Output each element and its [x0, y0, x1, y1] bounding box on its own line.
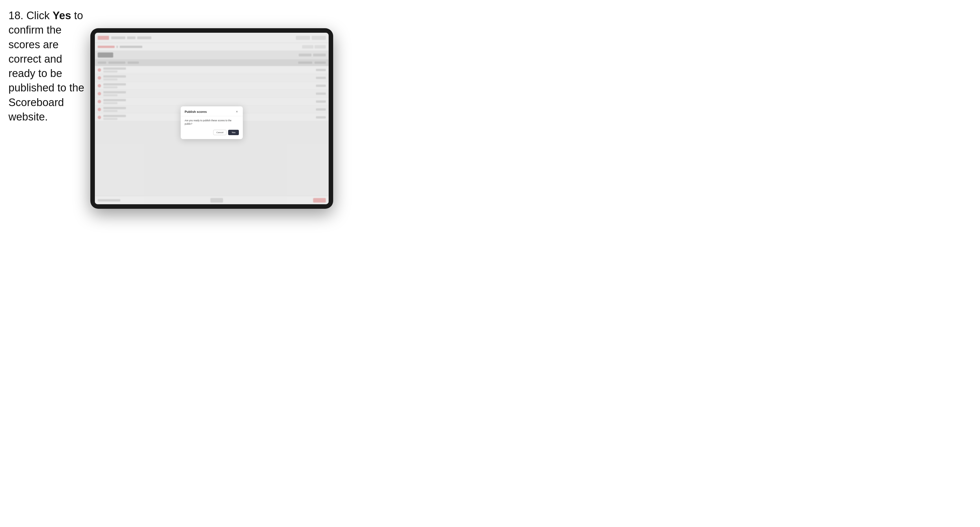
- yes-emphasis: Yes: [52, 10, 71, 21]
- yes-button[interactable]: Yes: [228, 130, 239, 135]
- cancel-button[interactable]: Cancel: [213, 130, 226, 135]
- modal-overlay: Publish scores × Are you ready to publis…: [95, 33, 329, 204]
- step-number: 18.: [8, 10, 24, 21]
- instruction-prefix: Click: [26, 10, 52, 21]
- tablet-device: Publish scores × Are you ready to publis…: [90, 28, 333, 209]
- modal-header: Publish scores ×: [181, 106, 243, 116]
- modal-message: Are you ready to publish these scores to…: [185, 119, 239, 126]
- modal-actions: Cancel Yes: [185, 130, 239, 135]
- publish-scores-dialog: Publish scores × Are you ready to publis…: [181, 106, 243, 139]
- modal-body: Are you ready to publish these scores to…: [181, 116, 243, 139]
- modal-title: Publish scores: [185, 110, 207, 113]
- instruction-text: 18. Click Yes to confirm the scores are …: [8, 8, 88, 124]
- instruction-suffix: to confirm the scores are correct and re…: [8, 10, 84, 123]
- tablet-screen: Publish scores × Are you ready to publis…: [95, 33, 329, 204]
- modal-close-button[interactable]: ×: [235, 110, 239, 114]
